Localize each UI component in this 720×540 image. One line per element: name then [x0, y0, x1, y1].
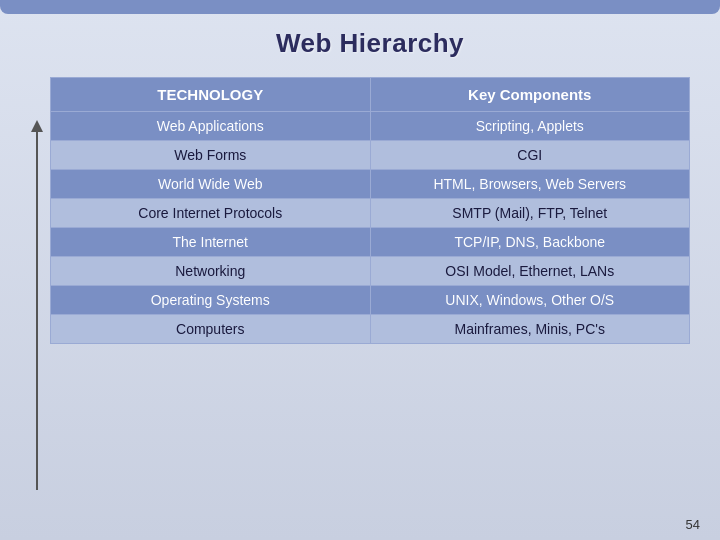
cell-components-2: HTML, Browsers, Web Servers — [370, 170, 690, 199]
cell-technology-2: World Wide Web — [51, 170, 371, 199]
cell-technology-3: Core Internet Protocols — [51, 199, 371, 228]
table-row: Operating SystemsUNIX, Windows, Other O/… — [51, 286, 690, 315]
hierarchy-table: TECHNOLOGY Key Components Web Applicatio… — [50, 77, 690, 344]
cell-components-5: OSI Model, Ethernet, LANs — [370, 257, 690, 286]
cell-technology-4: The Internet — [51, 228, 371, 257]
table-row: World Wide WebHTML, Browsers, Web Server… — [51, 170, 690, 199]
cell-components-3: SMTP (Mail), FTP, Telnet — [370, 199, 690, 228]
table-row: The InternetTCP/IP, DNS, Backbone — [51, 228, 690, 257]
cell-technology-1: Web Forms — [51, 141, 371, 170]
table-row: Core Internet ProtocolsSMTP (Mail), FTP,… — [51, 199, 690, 228]
cell-technology-6: Operating Systems — [51, 286, 371, 315]
table-row: Web FormsCGI — [51, 141, 690, 170]
arrowhead-icon — [31, 120, 43, 132]
header-components: Key Components — [370, 78, 690, 112]
cell-components-6: UNIX, Windows, Other O/S — [370, 286, 690, 315]
cell-components-4: TCP/IP, DNS, Backbone — [370, 228, 690, 257]
table-row: ComputersMainframes, Minis, PC's — [51, 315, 690, 344]
wavy-bar — [0, 0, 720, 14]
cell-components-0: Scripting, Applets — [370, 112, 690, 141]
arrow-line-body — [36, 132, 38, 490]
page-wrapper: Web Hierarchy TECHNOLOGY Key Components … — [0, 0, 720, 540]
table-row: NetworkingOSI Model, Ethernet, LANs — [51, 257, 690, 286]
cell-components-1: CGI — [370, 141, 690, 170]
cell-components-7: Mainframes, Minis, PC's — [370, 315, 690, 344]
page-number: 54 — [686, 517, 700, 532]
table-body: Web ApplicationsScripting, AppletsWeb Fo… — [51, 112, 690, 344]
table-header-row: TECHNOLOGY Key Components — [51, 78, 690, 112]
cell-technology-5: Networking — [51, 257, 371, 286]
page-title: Web Hierarchy — [276, 28, 464, 59]
header-technology: TECHNOLOGY — [51, 78, 371, 112]
cell-technology-0: Web Applications — [51, 112, 371, 141]
vertical-arrow — [30, 120, 44, 490]
table-row: Web ApplicationsScripting, Applets — [51, 112, 690, 141]
cell-technology-7: Computers — [51, 315, 371, 344]
